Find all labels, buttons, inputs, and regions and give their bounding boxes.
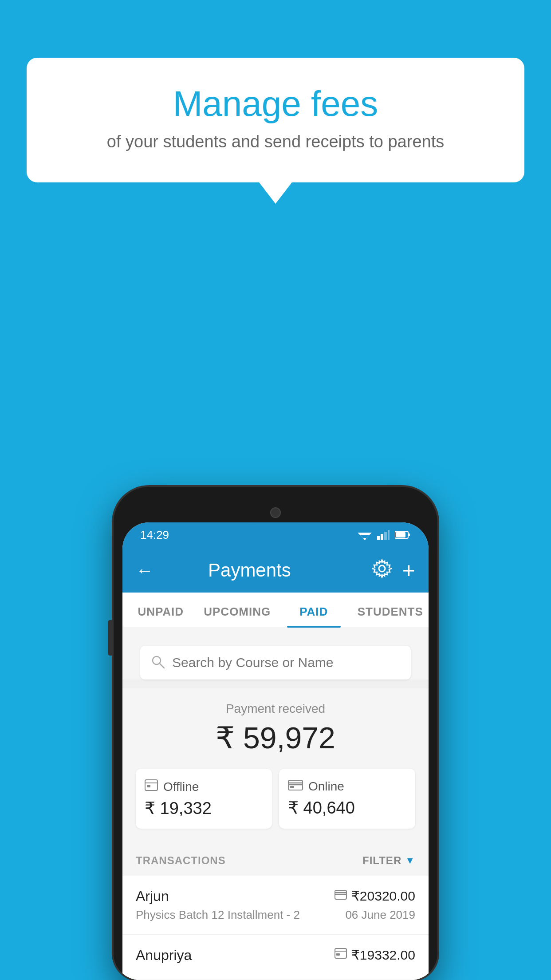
payment-cards: Offline ₹ 19,332 bbox=[136, 769, 415, 829]
txn-date: 06 June 2019 bbox=[345, 908, 415, 922]
offline-amount: ₹ 19,332 bbox=[145, 798, 263, 818]
phone-notch bbox=[236, 496, 315, 522]
search-icon bbox=[151, 655, 165, 671]
status-time: 14:29 bbox=[140, 528, 169, 542]
status-bar: 14:29 bbox=[122, 522, 429, 548]
filter-icon: ▼ bbox=[405, 855, 415, 866]
phone-outer: 14:29 bbox=[114, 487, 437, 980]
online-payment-icon bbox=[288, 779, 303, 794]
payment-total-amount: ₹ 59,972 bbox=[131, 720, 420, 755]
transaction-row-2: Physics Batch 12 Installment - 2 06 June… bbox=[136, 908, 415, 922]
transaction-row-1: Arjun ₹20320.00 bbox=[136, 888, 415, 905]
phone-screen: 14:29 bbox=[122, 522, 429, 980]
transaction-item[interactable]: Anupriya ₹19332.00 bbox=[122, 935, 429, 980]
app-header: ← Payments + bbox=[122, 548, 429, 593]
online-label: Online bbox=[308, 779, 344, 794]
svg-rect-6 bbox=[384, 532, 387, 540]
svg-rect-24 bbox=[335, 948, 346, 958]
online-card-header: Online bbox=[288, 779, 406, 794]
payment-summary: Payment received ₹ 59,972 bbox=[122, 688, 429, 842]
txn-offline-icon bbox=[335, 948, 347, 962]
txn-name: Arjun bbox=[136, 888, 169, 905]
txn-card-icon bbox=[335, 889, 347, 903]
transactions-label: TRANSACTIONS bbox=[136, 854, 226, 867]
svg-line-13 bbox=[160, 664, 164, 668]
status-icons bbox=[358, 530, 411, 540]
tab-paid[interactable]: PAID bbox=[276, 593, 352, 628]
filter-button[interactable]: FILTER ▼ bbox=[362, 854, 415, 867]
transaction-row-1: Anupriya ₹19332.00 bbox=[136, 947, 415, 964]
svg-rect-16 bbox=[147, 785, 150, 787]
transactions-header: TRANSACTIONS FILTER ▼ bbox=[122, 842, 429, 876]
tooltip-title: Manage fees bbox=[49, 84, 502, 123]
back-button[interactable]: ← bbox=[136, 561, 153, 581]
txn-amount: ₹19332.00 bbox=[351, 947, 415, 963]
txn-name: Anupriya bbox=[136, 947, 192, 964]
settings-icon[interactable] bbox=[372, 559, 392, 582]
header-title: Payments bbox=[162, 560, 337, 581]
svg-rect-26 bbox=[336, 953, 340, 956]
svg-rect-20 bbox=[290, 786, 294, 788]
payment-received-label: Payment received bbox=[131, 702, 420, 716]
wifi-icon bbox=[358, 530, 372, 540]
txn-amount-wrap: ₹20320.00 bbox=[335, 888, 415, 904]
tooltip-subtitle: of your students and send receipts to pa… bbox=[49, 132, 502, 151]
tab-upcoming[interactable]: UPCOMING bbox=[199, 593, 276, 628]
svg-point-11 bbox=[379, 565, 385, 572]
svg-rect-9 bbox=[408, 533, 410, 536]
tab-bar: UNPAID UPCOMING PAID STUDENTS bbox=[122, 593, 429, 628]
add-button[interactable]: + bbox=[402, 557, 415, 583]
filter-label: FILTER bbox=[362, 854, 401, 867]
offline-payment-icon bbox=[145, 779, 158, 794]
search-bar[interactable] bbox=[140, 646, 411, 680]
txn-course: Physics Batch 12 Installment - 2 bbox=[136, 908, 300, 922]
offline-card: Offline ₹ 19,332 bbox=[136, 769, 272, 829]
online-card: Online ₹ 40,640 bbox=[279, 769, 415, 829]
tab-students[interactable]: STUDENTS bbox=[352, 593, 429, 628]
transaction-list: Arjun ₹20320.00 bbox=[122, 876, 429, 980]
camera bbox=[270, 507, 281, 518]
txn-amount-wrap: ₹19332.00 bbox=[335, 947, 415, 963]
online-amount: ₹ 40,640 bbox=[288, 798, 406, 818]
svg-rect-14 bbox=[145, 780, 157, 790]
txn-amount: ₹20320.00 bbox=[351, 888, 415, 904]
offline-label: Offline bbox=[163, 780, 199, 794]
transaction-item[interactable]: Arjun ₹20320.00 bbox=[122, 876, 429, 935]
svg-rect-10 bbox=[396, 532, 405, 537]
svg-rect-5 bbox=[381, 534, 383, 540]
phone-mockup: 14:29 bbox=[114, 487, 437, 980]
header-icons: + bbox=[372, 557, 415, 583]
svg-rect-4 bbox=[377, 536, 380, 540]
offline-card-header: Offline bbox=[145, 779, 263, 794]
battery-icon bbox=[395, 530, 411, 539]
svg-rect-7 bbox=[388, 530, 390, 540]
tooltip-bubble: Manage fees of your students and send re… bbox=[27, 58, 524, 182]
signal-icon bbox=[377, 530, 390, 540]
search-input[interactable] bbox=[172, 655, 400, 670]
tab-unpaid[interactable]: UNPAID bbox=[122, 593, 199, 628]
